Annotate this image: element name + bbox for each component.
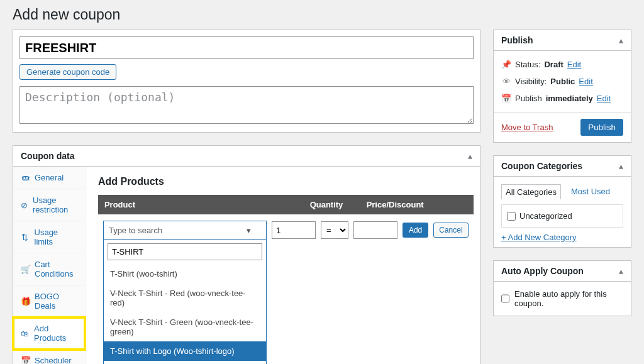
edit-status-link[interactable]: Edit bbox=[567, 60, 581, 69]
publish-panel: Publish ▴ 📌 Status: Draft Edit 👁 Visibil… bbox=[493, 30, 631, 143]
panel-toggle-icon[interactable]: ▴ bbox=[619, 35, 623, 45]
coupon-code-input[interactable] bbox=[19, 36, 474, 59]
status-label: Status: bbox=[515, 60, 540, 69]
move-to-trash-link[interactable]: Move to Trash bbox=[501, 123, 553, 132]
coupon-data-title: Coupon data bbox=[21, 151, 75, 161]
coupon-tabs: 🎟General⊘Usage restriction⇅Usage limits🛒… bbox=[13, 167, 86, 364]
visibility-label: Visibility: bbox=[515, 77, 547, 86]
category-item: Uncategorized bbox=[507, 210, 618, 222]
publish-button[interactable]: Publish bbox=[580, 119, 623, 136]
eye-icon: 👁 bbox=[501, 77, 511, 86]
product-option[interactable]: T-Shirt (woo-tshirt) bbox=[104, 264, 266, 284]
publish-title: Publish bbox=[501, 35, 533, 45]
product-search-dropdown: T-Shirt (woo-tshirt)V-Neck T-Shirt - Red… bbox=[103, 240, 267, 364]
product-option[interactable]: T-Shirt with Logo (Woo-tshirt-logo) bbox=[104, 341, 266, 361]
auto-apply-panel: Auto Apply Coupon ▴ Enable auto apply fo… bbox=[493, 260, 631, 316]
calendar-icon: 📅 bbox=[501, 94, 511, 103]
panel-toggle-icon[interactable]: ▴ bbox=[619, 161, 623, 171]
tab-add-products[interactable]: 🛍Add Products bbox=[13, 317, 85, 350]
title-description-panel: Generate coupon code bbox=[13, 30, 480, 133]
coupon-description-input[interactable] bbox=[19, 86, 474, 124]
product-option[interactable]: V-Neck T-Shirt - Green (woo-vneck-tee-gr… bbox=[104, 312, 266, 341]
panel-toggle-icon[interactable]: ▴ bbox=[619, 266, 623, 276]
publish-schedule-label: Publish bbox=[515, 94, 542, 103]
tab-general[interactable]: 🎟General bbox=[13, 167, 85, 189]
tab-label: BOGO Deals bbox=[35, 292, 77, 311]
coupon-categories-panel: Coupon Categories ▴ All Categories Most … bbox=[493, 155, 631, 248]
edit-schedule-link[interactable]: Edit bbox=[597, 94, 611, 103]
price-operator-select[interactable]: = bbox=[321, 221, 348, 239]
auto-apply-title: Auto Apply Coupon bbox=[501, 266, 584, 276]
status-value: Draft bbox=[544, 60, 563, 69]
pin-icon: 📌 bbox=[501, 60, 511, 69]
generate-coupon-code-button[interactable]: Generate coupon code bbox=[19, 64, 116, 80]
tab-bogo-deals[interactable]: 🎁BOGO Deals bbox=[13, 285, 85, 317]
product-search-input[interactable] bbox=[108, 243, 262, 260]
publish-schedule-value: immediately bbox=[546, 94, 593, 103]
product-search-select[interactable]: Type to search ▾ bbox=[103, 221, 267, 240]
tab-icon: 🛒 bbox=[21, 265, 30, 274]
tab-icon: 🛍 bbox=[21, 329, 29, 338]
tab-label: Add Products bbox=[34, 324, 77, 343]
product-form-row: Type to search ▾ T-Shirt (woo-tshirt)V-N… bbox=[98, 214, 474, 246]
tab-usage-limits[interactable]: ⇅Usage limits bbox=[13, 221, 85, 253]
product-option[interactable]: V-Neck T-Shirt - Blue (woo-vneck-tee-blu… bbox=[104, 361, 266, 364]
add-products-heading: Add Products bbox=[98, 176, 474, 187]
tab-label: Usage restriction bbox=[33, 196, 77, 214]
category-checkbox[interactable] bbox=[507, 212, 516, 221]
tab-icon: 🎟 bbox=[21, 173, 30, 182]
panel-toggle-icon[interactable]: ▴ bbox=[468, 151, 472, 161]
quantity-input[interactable] bbox=[272, 221, 316, 239]
category-label: Uncategorized bbox=[519, 211, 572, 221]
categories-tab-most-used[interactable]: Most Used bbox=[567, 184, 614, 199]
categories-title: Coupon Categories bbox=[501, 161, 582, 171]
tab-icon: ⊘ bbox=[21, 201, 28, 210]
tab-label: General bbox=[35, 173, 64, 182]
col-header-price: Price/Discount bbox=[360, 195, 474, 214]
tab-label: Cart Conditions bbox=[35, 260, 77, 279]
tab-icon: ⇅ bbox=[21, 233, 30, 242]
tab-cart-conditions[interactable]: 🛒Cart Conditions bbox=[13, 253, 85, 285]
visibility-value: Public bbox=[550, 77, 575, 86]
page-title: Add new coupon bbox=[13, 6, 631, 23]
product-search-placeholder: Type to search bbox=[109, 226, 162, 235]
cancel-button[interactable]: Cancel bbox=[433, 223, 468, 238]
product-option[interactable]: V-Neck T-Shirt - Red (woo-vneck-tee-red) bbox=[104, 284, 266, 312]
price-discount-input[interactable] bbox=[353, 221, 397, 239]
col-header-product: Product bbox=[98, 195, 304, 214]
tab-label: Scheduler bbox=[35, 356, 72, 364]
auto-apply-checkbox[interactable] bbox=[501, 294, 509, 303]
category-list: Uncategorized bbox=[501, 204, 623, 228]
coupon-data-panel: Coupon data ▴ 🎟General⊘Usage restriction… bbox=[13, 145, 480, 364]
col-header-quantity: Quantity bbox=[304, 195, 360, 214]
chevron-down-icon: ▾ bbox=[247, 226, 251, 235]
tab-content-add-products: Add Products Product Quantity Price/Disc… bbox=[86, 167, 486, 364]
add-button[interactable]: Add bbox=[402, 223, 428, 238]
tab-usage-restriction[interactable]: ⊘Usage restriction bbox=[13, 189, 85, 221]
products-table-header: Product Quantity Price/Discount bbox=[98, 195, 474, 214]
categories-tab-all[interactable]: All Categories bbox=[501, 184, 561, 199]
tab-icon: 🎁 bbox=[21, 297, 30, 306]
add-new-category-link[interactable]: + Add New Category bbox=[501, 233, 577, 242]
edit-visibility-link[interactable]: Edit bbox=[579, 77, 592, 86]
tab-scheduler[interactable]: 📅Scheduler bbox=[13, 350, 85, 364]
tab-label: Usage limits bbox=[35, 228, 77, 246]
tab-icon: 📅 bbox=[21, 356, 30, 364]
auto-apply-label: Enable auto apply for this coupon. bbox=[514, 289, 623, 308]
